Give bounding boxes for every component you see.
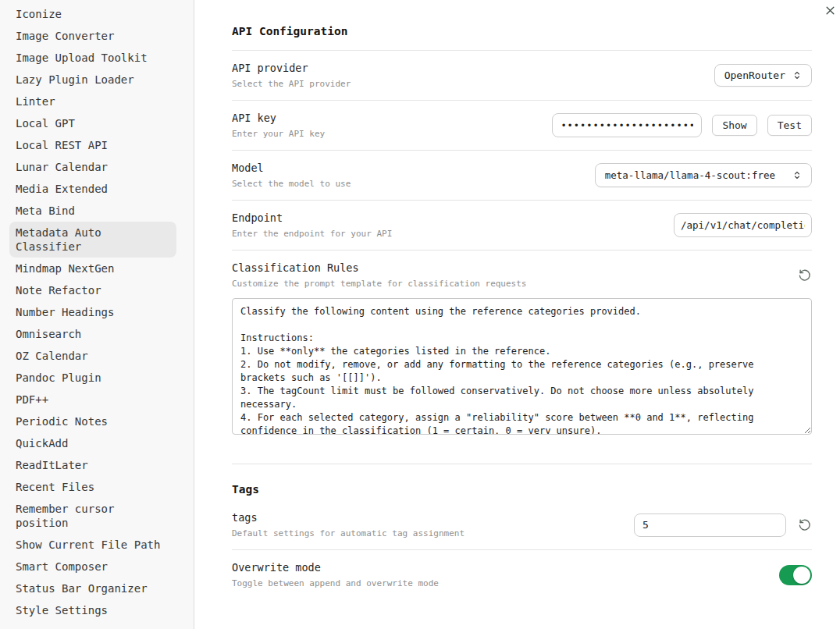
setting-row-endpoint: Endpoint Enter the endpoint for your API (232, 201, 812, 251)
sidebar-item-local-rest-api[interactable]: Local REST API (9, 134, 176, 156)
plugin-settings-panel: API Configuration API provider Select th… (194, 0, 840, 629)
close-icon[interactable] (823, 3, 837, 17)
api-provider-select[interactable]: OpenRouter (714, 64, 812, 87)
chevrons-up-down-icon (792, 170, 802, 180)
model-selected-value: meta-llama/llama-4-scout:free (605, 169, 775, 181)
sidebar-item-media-extended[interactable]: Media Extended (9, 178, 176, 200)
sidebar-item-style-settings[interactable]: Style Settings (9, 599, 176, 621)
api-provider-desc: Select the API provider (232, 77, 351, 91)
sidebar-item-meta-bind[interactable]: Meta Bind (9, 200, 176, 222)
endpoint-label: Endpoint (232, 210, 392, 226)
model-select[interactable]: meta-llama/llama-4-scout:free (595, 163, 812, 187)
sidebar-item-mindmap-nextgen[interactable]: Mindmap NextGen (9, 258, 176, 279)
sidebar-item-pandoc-plugin[interactable]: Pandoc Plugin (9, 367, 176, 389)
classification-rules-label: Classification Rules (232, 260, 527, 275)
overwrite-mode-label: Overwrite mode (232, 560, 439, 575)
sidebar-item-smart-composer[interactable]: Smart Composer (9, 556, 176, 577)
classification-rules-textarea[interactable]: Classify the following content using the… (232, 298, 812, 435)
endpoint-desc: Enter the endpoint for your API (232, 227, 392, 240)
classification-rules-desc: Customize the prompt template for classi… (232, 277, 527, 290)
tags-label: tags (232, 510, 464, 525)
sidebar-item-status-bar-organizer[interactable]: Status Bar Organizer (9, 577, 176, 599)
sidebar-item-pdf-plus-plus[interactable]: PDF++ (9, 389, 176, 410)
setting-row-tags: tags Default settings for automatic tag … (232, 500, 812, 550)
chevrons-up-down-icon (792, 70, 802, 80)
api-provider-label: API provider (232, 60, 351, 76)
sidebar-item-lunar-calendar[interactable]: Lunar Calendar (9, 156, 176, 178)
sidebar-item-iconize[interactable]: Iconize (9, 3, 176, 25)
sidebar-item-periodic-notes[interactable]: Periodic Notes (9, 410, 176, 432)
tag-count-input[interactable] (634, 514, 786, 537)
toggle-knob (793, 567, 810, 584)
api-key-label: API key (232, 110, 325, 126)
section-divider (232, 464, 812, 464)
api-provider-selected-value: OpenRouter (724, 69, 785, 81)
sidebar-item-note-refactor[interactable]: Note Refactor (9, 279, 176, 301)
setting-row-model: Model Select the model to use meta-llama… (232, 151, 812, 201)
sidebar-item-remember-cursor-position[interactable]: Remember cursor position (9, 498, 176, 534)
show-api-key-button[interactable]: Show (712, 115, 756, 136)
reset-icon[interactable] (798, 268, 812, 283)
sidebar-item-number-headings[interactable]: Number Headings (9, 301, 176, 323)
sidebar-item-local-gpt[interactable]: Local GPT (9, 112, 176, 134)
setting-row-api-key: API key Enter your API key Show Test (232, 101, 812, 151)
sidebar-item-image-upload-toolkit[interactable]: Image Upload Toolkit (9, 47, 176, 69)
sidebar-item-oz-calendar[interactable]: OZ Calendar (9, 345, 176, 367)
sidebar-item-quickadd[interactable]: QuickAdd (9, 432, 176, 454)
overwrite-mode-toggle[interactable] (779, 565, 812, 585)
model-desc: Select the model to use (232, 177, 351, 190)
sidebar-item-linter[interactable]: Linter (9, 91, 176, 112)
test-api-key-button[interactable]: Test (767, 115, 812, 136)
model-label: Model (232, 160, 351, 176)
reset-icon[interactable] (798, 518, 812, 532)
tags-desc: Default settings for automatic tag assig… (232, 527, 464, 540)
overwrite-mode-desc: Toggle between append and overwrite mode (232, 577, 439, 590)
sidebar-item-omnisearch[interactable]: Omnisearch (9, 323, 176, 345)
setting-row-api-provider: API provider Select the API provider Ope… (232, 51, 812, 101)
sidebar-item-metadata-auto-classifier[interactable]: Metadata Auto Classifier (9, 222, 176, 258)
plugin-settings-sidebar: Iconize Image Converter Image Upload Too… (0, 0, 194, 629)
setting-row-overwrite-mode: Overwrite mode Toggle between append and… (232, 550, 812, 599)
section-heading-tags: Tags (232, 483, 812, 496)
section-heading-api-configuration: API Configuration (232, 25, 812, 51)
sidebar-item-lazy-plugin-loader[interactable]: Lazy Plugin Loader (9, 69, 176, 91)
setting-row-classification-rules: Classification Rules Customize the promp… (232, 251, 812, 297)
sidebar-item-image-converter[interactable]: Image Converter (9, 25, 176, 47)
sidebar-item-recent-files[interactable]: Recent Files (9, 476, 176, 498)
api-key-input[interactable] (552, 113, 702, 137)
sidebar-item-readitlater[interactable]: ReadItLater (9, 454, 176, 476)
api-key-desc: Enter your API key (232, 127, 325, 140)
endpoint-input[interactable] (674, 213, 812, 237)
sidebar-item-show-current-file-path[interactable]: Show Current File Path (9, 534, 176, 556)
